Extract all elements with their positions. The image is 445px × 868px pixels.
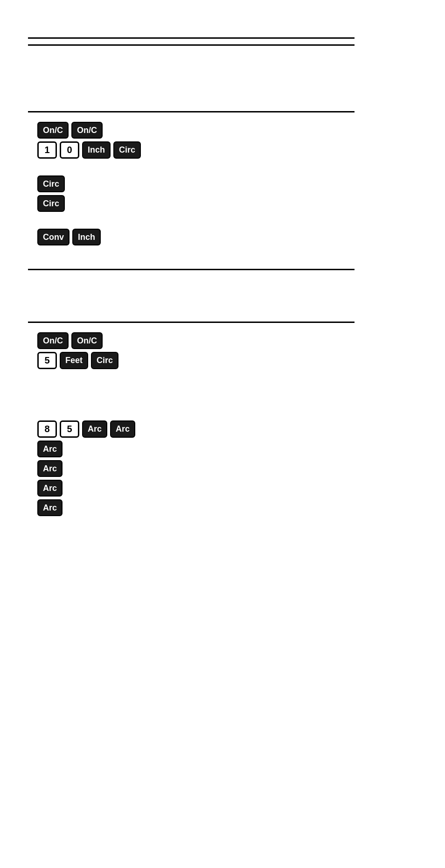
- num-0-button[interactable]: 0: [60, 141, 79, 159]
- row-arc-3: Arc: [37, 480, 408, 497]
- conv-button[interactable]: Conv: [37, 229, 70, 245]
- row-8-5-arc-arc: 8 5 Arc Arc: [37, 420, 408, 438]
- row-arc-2: Arc: [37, 460, 408, 477]
- num-5b-button[interactable]: 5: [60, 420, 79, 438]
- page-container: On/C On/C 1 0 Inch Circ Circ Circ Conv I…: [0, 0, 445, 868]
- section-1: On/C On/C 1 0 Inch Circ Circ Circ Conv I…: [0, 112, 445, 259]
- arc-button-2[interactable]: Arc: [110, 420, 135, 438]
- arc-button-1[interactable]: Arc: [82, 420, 107, 438]
- circ-button-1[interactable]: Circ: [113, 141, 141, 159]
- circ-button-3[interactable]: Circ: [37, 195, 65, 212]
- row-conv-inch: Conv Inch: [37, 229, 408, 245]
- feet-button[interactable]: Feet: [60, 352, 88, 369]
- row-arc-1: Arc: [37, 441, 408, 457]
- onc-button-1[interactable]: On/C: [37, 122, 69, 139]
- arc-button-4[interactable]: Arc: [37, 460, 63, 477]
- row-circ-2: Circ: [37, 195, 408, 212]
- inch-button-1[interactable]: Inch: [82, 141, 111, 159]
- row-arc-4: Arc: [37, 499, 408, 516]
- row-onc-1: On/C On/C: [37, 122, 408, 139]
- arc-button-5[interactable]: Arc: [37, 480, 63, 497]
- row-circ-1: Circ: [37, 175, 408, 192]
- row-1-0-inch-circ: 1 0 Inch Circ: [37, 141, 408, 159]
- row-onc-2: On/C On/C: [37, 332, 408, 349]
- inch-button-2[interactable]: Inch: [72, 229, 101, 245]
- circ-button-2[interactable]: Circ: [37, 175, 65, 192]
- num-8-button[interactable]: 8: [37, 420, 57, 438]
- section-2: On/C On/C 5 Feet Circ 8 5 Arc Arc Arc Ar…: [0, 323, 445, 528]
- onc-button-4[interactable]: On/C: [71, 332, 103, 349]
- arc-button-6[interactable]: Arc: [37, 499, 63, 516]
- row-5-feet-circ: 5 Feet Circ: [37, 352, 408, 369]
- circ-button-4[interactable]: Circ: [91, 352, 118, 369]
- arc-button-3[interactable]: Arc: [37, 441, 63, 457]
- num-5-button[interactable]: 5: [37, 352, 57, 369]
- onc-button-3[interactable]: On/C: [37, 332, 69, 349]
- onc-button-2[interactable]: On/C: [71, 122, 103, 139]
- num-1-button[interactable]: 1: [37, 141, 57, 159]
